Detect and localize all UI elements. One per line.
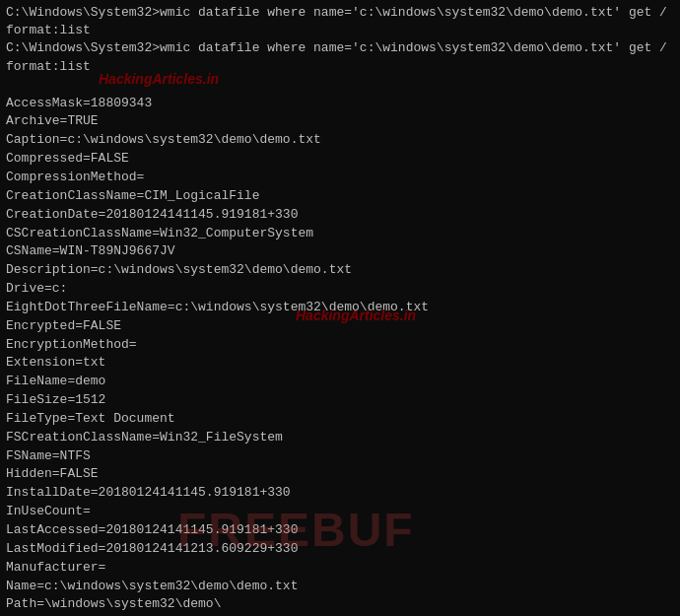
output-last-modified: LastModified=20180124141213.609229+330 — [6, 540, 674, 559]
output-caption: Caption=c:\windows\system32\demo\demo.tx… — [6, 131, 674, 150]
output-last-accessed: LastAccessed=20180124141145.919181+330 — [6, 521, 674, 540]
output-path: Path=\windows\system32\demo\ — [6, 595, 674, 614]
output-encryption-method: EncryptionMethod= — [6, 336, 674, 355]
empty-line-1 — [6, 76, 674, 95]
command-line-2: C:\Windows\System32>wmic datafile where … — [6, 39, 674, 75]
output-csname: CSName=WIN-T89NJ9667JV — [6, 242, 674, 261]
output-hidden: Hidden=FALSE — [6, 465, 674, 484]
output-access-mask: AccessMask=18809343 — [6, 95, 674, 113]
output-fsname: FSName=NTFS — [6, 447, 674, 466]
output-eightdot-three: EightDotThreeFileName=c:\windows\system3… — [6, 299, 674, 317]
output-install-date: InstallDate=20180124141145.919181+330 — [6, 484, 674, 503]
output-filesize: FileSize=1512 — [6, 391, 674, 410]
output-description: Description=c:\windows\system32\demo\dem… — [6, 261, 674, 280]
output-creation-classname: CreationClassName=CIM_LogicalFile — [6, 187, 674, 206]
output-cs-creation-classname: CSCreationClassName=Win32_ComputerSystem — [6, 225, 674, 243]
output-creation-date: CreationDate=20180124141145.919181+330 — [6, 206, 674, 225]
output-manufacturer: Manufacturer= — [6, 559, 674, 578]
output-fs-creation-classname: FSCreationClassName=Win32_FileSystem — [6, 429, 674, 447]
prompt-1: C:\Windows\System32> — [6, 5, 160, 20]
output-archive: Archive=TRUE — [6, 112, 674, 131]
command-line-1: C:\Windows\System32>wmic datafile where … — [6, 4, 674, 39]
output-compression-method: CompressionMethod= — [6, 169, 674, 187]
output-filename: FileName=demo — [6, 373, 674, 391]
output-encrypted: Encrypted=FALSE — [6, 317, 674, 336]
output-drive: Drive=c: — [6, 280, 674, 299]
prompt-2: C:\Windows\System32> — [6, 40, 160, 55]
output-extension: Extension=txt — [6, 354, 674, 373]
output-compressed: Compressed=FALSE — [6, 150, 674, 169]
output-name: Name=c:\windows\system32\demo\demo.txt — [6, 578, 674, 596]
output-inuse-count: InUseCount= — [6, 503, 674, 521]
output-filetype: FileType=Text Document — [6, 410, 674, 429]
terminal-window: C:\Windows\System32>wmic datafile where … — [0, 0, 680, 616]
